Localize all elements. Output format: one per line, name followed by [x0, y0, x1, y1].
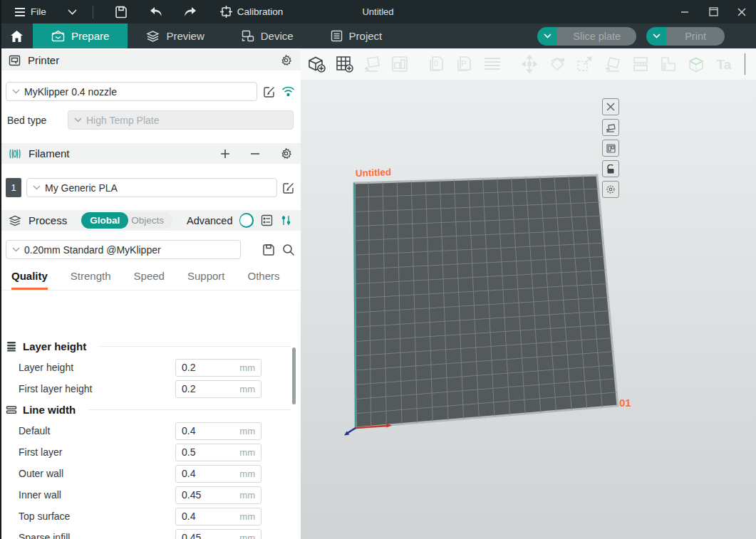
text-tool-icon: Ta: [713, 53, 735, 75]
device-icon: [242, 30, 254, 42]
compare-presets-icon[interactable]: [280, 214, 292, 226]
process-preset-select[interactable]: 0.20mm Standard @MyKlipper: [6, 240, 241, 259]
setting-value-input[interactable]: 0.45mm: [175, 529, 262, 539]
add-plate-icon[interactable]: [333, 53, 356, 75]
edit-filament-preset-icon[interactable]: [282, 182, 295, 194]
hamburger-icon: [14, 7, 26, 17]
setting-value-input[interactable]: 0.5mm: [175, 444, 262, 461]
project-icon: [331, 30, 343, 42]
slice-options-dropdown[interactable]: [537, 27, 557, 46]
line-width-icon: [6, 405, 17, 414]
advanced-toggle[interactable]: [239, 213, 254, 228]
bed-type-label: Bed type: [7, 115, 68, 126]
settings-section-header: Layer height: [0, 336, 301, 357]
setting-value-input[interactable]: 0.4mm: [175, 422, 262, 440]
process-tab-support[interactable]: Support: [187, 270, 225, 290]
search-settings-icon[interactable]: [282, 244, 295, 256]
layers-icon: [481, 53, 504, 75]
tab-preview[interactable]: Preview: [128, 23, 222, 48]
tab-device[interactable]: Device: [223, 23, 312, 48]
plate-settings-gear-icon[interactable]: [602, 181, 619, 198]
setting-value-input[interactable]: 0.2mm: [175, 380, 262, 398]
printer-preset-select[interactable]: MyKlipper 0.4 nozzle: [6, 82, 257, 101]
home-button[interactable]: [0, 23, 33, 48]
undo-button[interactable]: [145, 4, 167, 21]
auto-orient-icon: [388, 53, 411, 75]
setting-value: 0.4: [182, 468, 195, 479]
application-window: File: [0, 0, 756, 539]
titlebar-divider: [93, 6, 93, 19]
parameter-list-icon[interactable]: [261, 214, 273, 226]
split-to-objects-icon: 0: [425, 53, 448, 75]
setting-row: First layer height0.2mm: [0, 378, 301, 399]
filament-settings-gear-icon[interactable]: [280, 147, 292, 159]
remove-filament-icon[interactable]: [250, 149, 260, 159]
scope-objects[interactable]: Objects: [128, 212, 172, 229]
chevron-down-icon: [12, 89, 20, 94]
process-tab-quality[interactable]: Quality: [11, 270, 48, 290]
process-scope-toggle[interactable]: Global Objects: [81, 212, 172, 229]
print-button[interactable]: Print: [646, 27, 725, 46]
save-icon: [115, 6, 128, 19]
redo-icon: [183, 6, 197, 18]
calibration-button[interactable]: Calibration: [216, 3, 288, 21]
setting-value: 0.5: [182, 446, 195, 458]
settings-scrollbar[interactable]: [292, 347, 296, 404]
bed-type-select[interactable]: High Temp Plate: [68, 110, 294, 130]
delete-plate-icon[interactable]: [602, 98, 619, 115]
setting-row: Inner wall0.45mm: [0, 484, 301, 506]
setting-row: Sparse infill0.45mm: [0, 527, 301, 539]
process-tab-others[interactable]: Others: [248, 270, 280, 290]
print-options-dropdown[interactable]: [646, 27, 666, 46]
slice-plate-label: Slice plate: [557, 27, 636, 46]
plate-layout-icon[interactable]: [602, 140, 619, 157]
setting-unit: mm: [239, 384, 255, 394]
settings-section-title: Layer height: [23, 340, 86, 352]
layer-height-icon: [6, 341, 17, 352]
filament-preset-select[interactable]: My Generic PLA: [26, 178, 277, 197]
tab-project[interactable]: Project: [312, 23, 401, 48]
viewport-3d[interactable]: Untitled 01: [301, 80, 756, 539]
printer-connection-wifi-icon[interactable]: [281, 86, 295, 97]
save-button[interactable]: [110, 3, 132, 21]
setting-label: Default: [19, 425, 175, 436]
setting-row: Layer height0.2mm: [0, 357, 301, 378]
edit-printer-preset-icon[interactable]: [263, 85, 276, 98]
process-tab-strength[interactable]: Strength: [71, 270, 111, 290]
printer-section-header: Printer: [0, 50, 301, 70]
maximize-button[interactable]: [699, 0, 727, 23]
tab-prepare[interactable]: Prepare: [33, 23, 128, 48]
file-menu-label: File: [31, 6, 46, 17]
setting-row: Default0.4mm: [0, 420, 301, 441]
plate-name-label[interactable]: Untitled: [356, 167, 392, 179]
svg-text:0: 0: [434, 59, 438, 68]
filament-section-header: Filament: [0, 143, 301, 164]
setting-unit: mm: [239, 511, 255, 522]
toolbar-separator: [745, 53, 745, 75]
process-tab-speed[interactable]: Speed: [134, 270, 165, 290]
setting-value-input[interactable]: 0.4mm: [175, 508, 262, 525]
save-preset-icon[interactable]: [262, 244, 275, 256]
setting-unit: mm: [239, 426, 255, 436]
setting-value-input[interactable]: 0.4mm: [175, 465, 262, 483]
svg-text:Ta: Ta: [717, 57, 732, 72]
lock-plate-icon[interactable]: [602, 160, 619, 177]
add-object-icon[interactable]: [305, 53, 328, 75]
setting-label: Top surface: [19, 511, 175, 522]
setting-value: 0.45: [182, 489, 201, 501]
scale-icon: [574, 53, 596, 75]
minimize-button[interactable]: [670, 0, 699, 23]
close-button[interactable]: [727, 0, 756, 23]
scope-global[interactable]: Global: [81, 212, 128, 229]
redo-button[interactable]: [179, 4, 202, 21]
settings-list: Layer heightLayer height0.2mmFirst layer…: [0, 332, 301, 539]
printer-settings-gear-icon[interactable]: [280, 54, 292, 66]
slice-plate-button[interactable]: Slice plate: [537, 27, 636, 46]
setting-value-input[interactable]: 0.2mm: [175, 359, 262, 377]
file-menu-button[interactable]: File: [10, 4, 51, 20]
setting-value-input[interactable]: 0.45mm: [175, 486, 262, 504]
arrange-plate-icon[interactable]: [602, 119, 619, 136]
file-menu-dropdown[interactable]: [63, 6, 81, 18]
settings-section-title: Line width: [23, 404, 76, 416]
add-filament-icon[interactable]: [220, 149, 230, 159]
